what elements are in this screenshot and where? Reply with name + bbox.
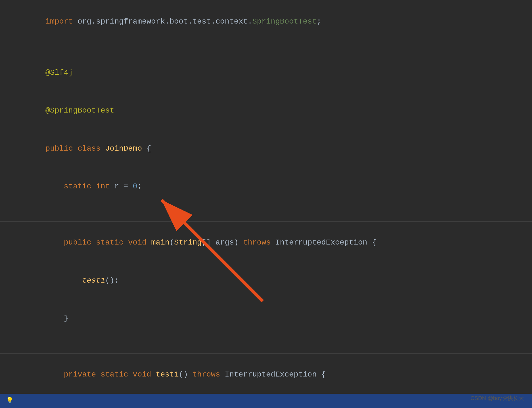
indent <box>45 182 64 191</box>
code-text: [] <box>202 238 215 247</box>
keyword: void <box>128 238 151 247</box>
code-line: public class JoinDemo { <box>0 130 532 168</box>
method-name: test1 <box>156 370 179 379</box>
code-text: ; <box>317 17 321 26</box>
code-text: args) <box>216 238 243 247</box>
code-line: @SpringBootTest <box>0 92 532 130</box>
keyword: public <box>64 238 96 247</box>
code-text: { <box>147 144 151 153</box>
bulb-icon: 💡 <box>6 396 13 406</box>
code-line: private static void test1() throws Inter… <box>0 356 532 394</box>
code-line: @Slf4j <box>0 54 532 92</box>
class-name: JoinDemo <box>105 144 146 153</box>
line-content <box>18 41 532 53</box>
method-call: test1 <box>82 276 105 285</box>
code-text: } <box>64 314 68 323</box>
line-content: @Slf4j <box>18 54 532 91</box>
code-text: InterruptedException { <box>225 370 326 379</box>
code-line: import org.springframework.boot.test.con… <box>0 3 532 41</box>
keyword: throws <box>243 238 275 247</box>
method-name: main <box>151 238 169 247</box>
code-line <box>0 338 532 351</box>
line-content <box>18 206 532 219</box>
indent <box>45 370 64 379</box>
code-line: test1(); <box>0 262 532 300</box>
keyword: int <box>96 182 114 191</box>
code-line-highlighted: 💡 // 哪个女明星叫什么来着迪丽热巴·迪力拉瓜 <box>0 394 532 408</box>
line-content: @SpringBootTest <box>18 93 532 129</box>
watermark: CSDN @boy快快长大 <box>470 394 524 403</box>
line-content <box>18 338 532 350</box>
line-content: public class JoinDemo { <box>18 130 532 167</box>
line-content: test1(); <box>18 262 532 299</box>
divider <box>0 221 532 222</box>
number: 0 <box>133 182 137 191</box>
code-text: () <box>179 370 192 379</box>
annotation: @SpringBootTest <box>45 106 114 115</box>
indent <box>45 238 64 247</box>
gutter-bulb: 💡 <box>5 396 14 406</box>
code-line <box>0 206 532 219</box>
line-content: static int r = 0; <box>18 168 532 205</box>
keyword-import: import <box>45 17 78 26</box>
line-content: private static void test1() throws Inter… <box>18 357 532 393</box>
keyword: class <box>77 144 105 153</box>
code-text: r = <box>114 182 133 191</box>
indent <box>45 276 82 285</box>
code-editor: import org.springframework.boot.test.con… <box>0 0 532 408</box>
code-line: } <box>0 300 532 337</box>
line-content: public static void main(String[] args) t… <box>18 225 532 261</box>
watermark-text: CSDN @boy快快长大 <box>470 395 524 401</box>
code-text: SpringBootTest <box>252 17 317 26</box>
keyword: void <box>133 370 156 379</box>
code-text: (); <box>105 276 119 285</box>
keyword: public <box>45 144 78 153</box>
code-text: ( <box>170 238 174 247</box>
line-content: import org.springframework.boot.test.con… <box>18 3 532 40</box>
indent <box>45 314 64 323</box>
keyword: static <box>100 370 133 379</box>
keyword: static <box>64 182 96 191</box>
divider <box>0 353 532 354</box>
line-content: // 哪个女明星叫什么来着迪丽热巴·迪力拉瓜 <box>18 394 532 408</box>
code-line: static int r = 0; <box>0 168 532 205</box>
annotation: @Slf4j <box>45 68 73 77</box>
keyword: private <box>64 370 100 379</box>
code-text: org.springframework.boot.test.context. <box>77 17 252 26</box>
keyword: throws <box>193 370 225 379</box>
code-text: ; <box>137 182 142 191</box>
code-text: InterruptedException { <box>275 238 377 247</box>
code-line: public static void main(String[] args) t… <box>0 224 532 262</box>
type: String <box>174 238 202 247</box>
code-line <box>0 41 532 54</box>
keyword: static <box>96 238 128 247</box>
line-content: } <box>18 300 532 337</box>
